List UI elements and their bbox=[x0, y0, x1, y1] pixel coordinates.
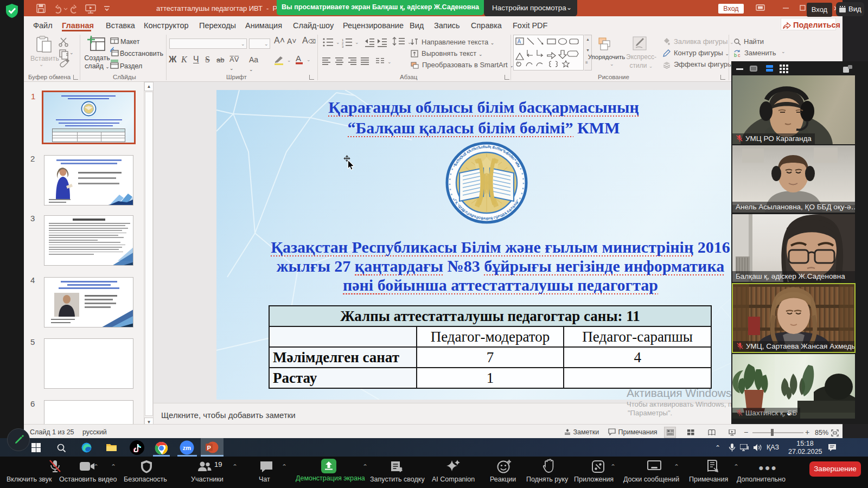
svg-text:b: b bbox=[734, 53, 737, 57]
svg-text:A: A bbox=[518, 38, 521, 44]
svg-text:⌄: ⌄ bbox=[355, 40, 359, 45]
svg-text:3: 3 bbox=[342, 45, 344, 48]
svg-text:c: c bbox=[738, 53, 741, 57]
svg-text:A: A bbox=[296, 54, 301, 63]
svg-text:⌄: ⌄ bbox=[336, 40, 340, 45]
svg-text:⌄: ⌄ bbox=[387, 59, 392, 65]
svg-text:zm: zm bbox=[183, 445, 192, 451]
svg-text:P: P bbox=[207, 445, 211, 451]
svg-text:⌄: ⌄ bbox=[307, 57, 311, 62]
svg-text:⌄: ⌄ bbox=[287, 57, 291, 63]
